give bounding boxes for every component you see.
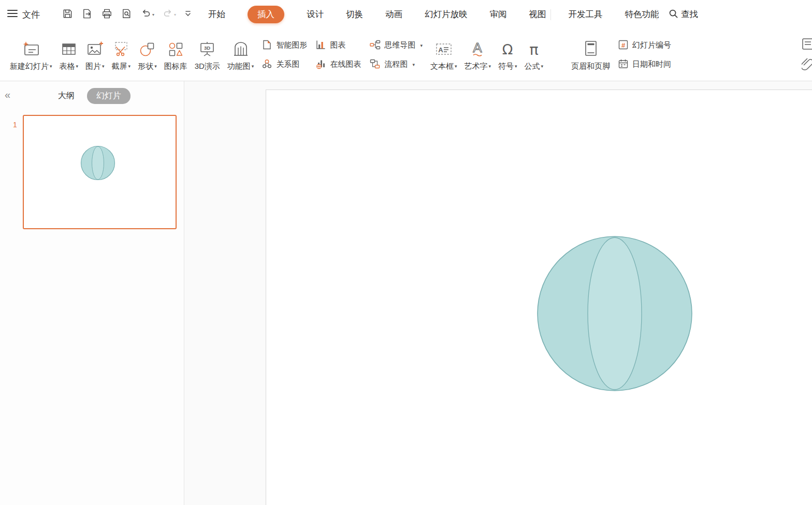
undo-dropdown-caret-icon[interactable]: ▾	[152, 12, 154, 17]
ribbon-column-maps: 思维导图 ▾ 流程图 ▾	[365, 39, 427, 71]
online-chart-button[interactable]: 在线图表	[315, 58, 361, 71]
menu-tab-transitions[interactable]: 切换	[346, 9, 363, 20]
slide-thumbnail[interactable]	[23, 115, 177, 229]
word-art-button[interactable]: A 艺术字▾	[460, 39, 495, 71]
text-box-icon: A	[435, 39, 453, 57]
date-time-label: 日期和时间	[632, 60, 671, 69]
sphere-shape-thumbnail	[80, 145, 116, 181]
menubar: 文件	[0, 0, 812, 29]
formula-button[interactable]: π 公式▾	[521, 39, 547, 71]
table-label: 表格	[60, 62, 75, 71]
undo-button[interactable]: ▾	[138, 6, 157, 23]
date-time-button[interactable]: 日期和时间	[618, 58, 671, 71]
customize-toolbar-button[interactable]	[181, 6, 195, 23]
smart-graphics-button[interactable]: 智能图形	[262, 39, 307, 52]
3d-presentation-icon: 3D	[198, 39, 216, 57]
menu-tab-insert[interactable]: 插入	[248, 6, 284, 23]
new-slide-label: 新建幻灯片	[10, 62, 49, 71]
symbol-label: 符号	[498, 62, 514, 71]
mind-map-button[interactable]: 思维导图 ▾	[369, 39, 423, 52]
chevron-down-icon: ▾	[76, 64, 79, 69]
redo-button[interactable]: ▾	[160, 6, 179, 23]
flowchart-button[interactable]: 流程图 ▾	[369, 58, 423, 71]
chevron-down-icon: ▾	[420, 43, 423, 48]
clipped-board-icon[interactable]	[802, 37, 812, 51]
tab-outline[interactable]: 大纲	[58, 91, 75, 101]
menu-tab-special-features[interactable]: 特色功能	[625, 9, 659, 20]
file-menu-label: 文件	[22, 9, 40, 21]
clipped-paperclip-icon[interactable]	[802, 58, 812, 71]
chart-button[interactable]: 图表	[315, 39, 361, 52]
function-diagram-label: 功能图	[227, 62, 251, 71]
more-chevron-icon	[184, 10, 192, 19]
menu-tab-developer[interactable]: 开发工具	[569, 9, 603, 20]
export-icon	[81, 8, 93, 22]
svg-text:Ω: Ω	[502, 41, 513, 57]
3d-presentation-button[interactable]: 3D 3D演示	[191, 39, 224, 71]
slide-number-button[interactable]: # 幻灯片编号	[618, 39, 671, 52]
date-time-icon	[618, 58, 629, 71]
flowchart-label: 流程图	[384, 60, 408, 69]
file-menu-button[interactable]: 文件	[7, 0, 40, 29]
symbol-icon: Ω	[499, 39, 516, 57]
table-button[interactable]: 表格▾	[56, 39, 82, 71]
icon-library-label: 图标库	[164, 62, 187, 71]
smart-graphics-label: 智能图形	[276, 40, 307, 50]
new-slide-icon	[22, 39, 40, 57]
word-art-label: 艺术字	[464, 62, 487, 71]
chevron-down-icon: ▾	[154, 64, 157, 69]
slides-panel: « 大纲 幻灯片 1	[0, 81, 184, 505]
print-preview-button[interactable]	[118, 6, 135, 23]
header-footer-label: 页眉和页脚	[571, 62, 610, 71]
new-slide-button[interactable]: 新建幻灯片▾	[6, 39, 56, 71]
menu-tab-animation[interactable]: 动画	[385, 9, 402, 20]
chevron-down-icon: ▾	[102, 64, 105, 69]
mind-map-label: 思维导图	[384, 40, 415, 50]
header-footer-button[interactable]: 页眉和页脚	[568, 39, 614, 71]
chevron-down-icon: ▾	[128, 64, 131, 69]
ribbon-overflow-edge	[800, 29, 812, 81]
slide-canvas[interactable]	[266, 90, 812, 505]
shapes-label: 形状	[138, 62, 153, 71]
search-button[interactable]: 查找	[669, 0, 698, 29]
save-button[interactable]	[59, 6, 76, 23]
slide-index-label: 1	[13, 121, 17, 129]
menu-tab-slideshow[interactable]: 幻灯片放映	[425, 9, 468, 20]
sphere-shape[interactable]	[536, 235, 693, 392]
menu-tab-home[interactable]: 开始	[208, 9, 225, 20]
redo-icon	[162, 8, 173, 21]
text-box-button[interactable]: A 文本框▾	[427, 39, 461, 71]
panel-tab-bar: 大纲 幻灯片	[58, 88, 130, 104]
icon-library-button[interactable]: 图标库	[161, 39, 191, 71]
picture-label: 图片	[85, 62, 101, 71]
formula-icon: π	[526, 39, 542, 57]
canvas-area	[185, 81, 812, 505]
word-art-icon: A	[469, 39, 486, 57]
function-diagram-icon	[232, 39, 250, 57]
ribbon-column-graphics: 智能图形 关系图	[257, 39, 311, 71]
picture-button[interactable]: 图片▾	[82, 39, 108, 71]
relation-diagram-button[interactable]: 关系图	[262, 58, 307, 71]
3d-presentation-label: 3D演示	[195, 62, 220, 71]
svg-text:#: #	[621, 41, 626, 49]
screenshot-label: 截屏	[112, 62, 127, 71]
shapes-button[interactable]: 形状▾	[134, 39, 161, 71]
icon-library-icon	[167, 39, 184, 57]
redo-dropdown-caret-icon[interactable]: ▾	[174, 12, 176, 17]
ribbon-insert: 新建幻灯片▾ 表格▾ 图片▾	[0, 29, 812, 81]
print-button[interactable]	[98, 6, 115, 23]
screenshot-button[interactable]: 截屏▾	[108, 39, 135, 71]
export-button[interactable]	[79, 6, 96, 23]
menu-tab-design[interactable]: 设计	[307, 9, 324, 20]
flowchart-icon	[369, 58, 381, 71]
slide-number-label: 幻灯片编号	[632, 40, 671, 50]
header-footer-icon	[583, 39, 599, 57]
chevron-down-icon: ▾	[50, 64, 52, 69]
table-icon	[61, 39, 77, 57]
menu-tab-review[interactable]: 审阅	[490, 9, 507, 20]
tab-slides[interactable]: 幻灯片	[87, 88, 130, 104]
function-diagram-button[interactable]: 功能图▾	[224, 39, 258, 71]
symbol-button[interactable]: Ω 符号▾	[495, 39, 521, 71]
menu-tab-view[interactable]: 视图	[529, 9, 546, 20]
collapse-panel-button[interactable]: «	[5, 90, 10, 100]
